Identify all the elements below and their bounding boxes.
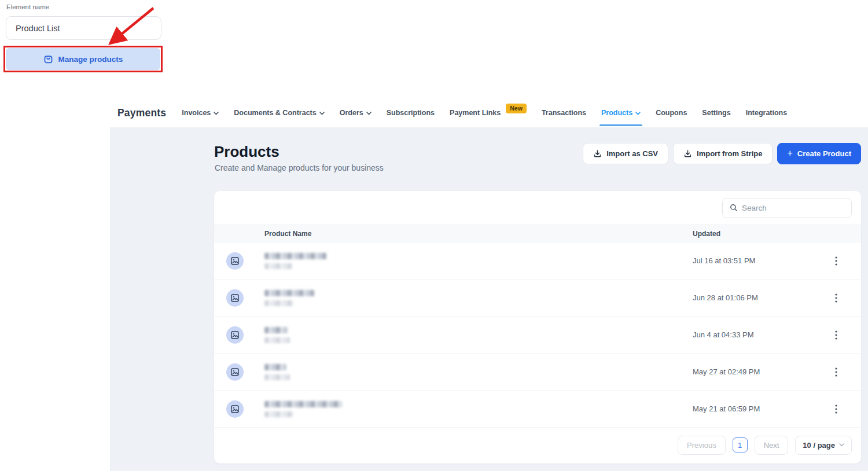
element-name-label: Element name: [6, 3, 49, 10]
tab-invoices[interactable]: Invoices: [182, 109, 219, 117]
table-header: Product Name Updated: [214, 225, 861, 242]
tab-subscriptions[interactable]: Subscriptions: [387, 109, 435, 117]
updated-timestamp: Jun 4 at 04:33 PM: [693, 330, 829, 339]
table-row[interactable]: Jul 16 at 03:51 PM: [214, 242, 861, 279]
products-page: Products Create and Manage products for …: [110, 127, 868, 471]
product-avatar: [226, 252, 244, 270]
image-icon: [230, 330, 240, 340]
product-avatar: [226, 363, 244, 381]
product-avatar: [226, 400, 244, 418]
updated-timestamp: May 21 at 06:59 PM: [693, 404, 829, 413]
chevron-down-icon: [366, 112, 372, 115]
kebab-icon: [835, 367, 837, 377]
pagination: Previous 1 Next 10 / page: [214, 428, 861, 462]
import-stripe-button[interactable]: Import from Stripe: [673, 143, 773, 164]
plus-icon: +: [787, 149, 792, 158]
tab-payment-links[interactable]: Payment Links New: [450, 108, 527, 118]
image-icon: [230, 367, 240, 377]
product-avatar: [226, 326, 244, 344]
download-icon: [593, 149, 602, 158]
page-size-select[interactable]: 10 / page: [795, 436, 852, 455]
next-page-button[interactable]: Next: [755, 436, 789, 455]
row-menu-button[interactable]: [829, 402, 844, 417]
row-menu-button[interactable]: [829, 290, 844, 306]
search-icon: [730, 204, 738, 212]
product-name-redacted: [264, 290, 693, 306]
chevron-down-icon: [319, 112, 325, 115]
tab-orders[interactable]: Orders: [340, 109, 372, 117]
tab-integrations[interactable]: Integrations: [746, 109, 788, 117]
image-icon: [230, 404, 240, 414]
product-name-redacted: [264, 327, 693, 343]
nav-brand-payments: Payments: [117, 107, 166, 119]
download-icon: [683, 149, 692, 158]
element-name-value: Product List: [16, 24, 60, 33]
search-input[interactable]: [742, 204, 844, 212]
search-box[interactable]: [722, 198, 852, 218]
kebab-icon: [835, 256, 837, 266]
chevron-down-icon: [635, 112, 641, 115]
updated-timestamp: Jun 28 at 01:06 PM: [693, 293, 829, 302]
table-row[interactable]: Jun 4 at 04:33 PM: [214, 317, 861, 354]
image-icon: [230, 256, 240, 266]
tab-products[interactable]: Products: [601, 109, 641, 117]
kebab-icon: [835, 404, 837, 414]
payments-app: Payments Invoices Documents & Contracts …: [110, 98, 868, 471]
new-badge: New: [506, 104, 527, 113]
element-name-input[interactable]: Product List: [6, 16, 161, 40]
product-name-redacted: [264, 401, 693, 417]
table-toolbar: [214, 191, 861, 225]
updated-timestamp: Jul 16 at 03:51 PM: [693, 256, 829, 265]
row-menu-button[interactable]: [829, 365, 844, 380]
chevron-down-icon: [214, 112, 219, 115]
page-1-button[interactable]: 1: [733, 437, 748, 452]
page-subtitle: Create and Manage products for your busi…: [215, 163, 384, 172]
column-product-name: Product Name: [264, 230, 693, 238]
tab-coupons[interactable]: Coupons: [656, 109, 687, 117]
updated-timestamp: May 27 at 02:49 PM: [693, 367, 829, 376]
table-row[interactable]: May 27 at 02:49 PM: [214, 354, 861, 391]
top-nav: Payments Invoices Documents & Contracts …: [110, 98, 868, 127]
products-table-card: Product Name Updated: [214, 191, 861, 463]
screenshot-root: Element name Product List Manage product…: [0, 0, 868, 471]
bag-icon: [43, 54, 53, 64]
page-title: Products: [214, 143, 279, 161]
row-menu-button[interactable]: [829, 253, 844, 268]
product-name-redacted: [264, 364, 693, 380]
image-icon: [230, 293, 240, 303]
row-menu-button[interactable]: [829, 328, 844, 343]
manage-products-button[interactable]: Manage products: [6, 48, 160, 70]
page-actions: Import as CSV Import from Stripe + Creat…: [583, 143, 861, 164]
kebab-icon: [835, 293, 837, 303]
tab-documents-contracts[interactable]: Documents & Contracts: [234, 109, 324, 117]
import-csv-button[interactable]: Import as CSV: [583, 143, 668, 164]
create-product-button[interactable]: + Create Product: [777, 143, 861, 164]
tab-transactions[interactable]: Transactions: [542, 109, 586, 117]
kebab-icon: [835, 330, 837, 340]
column-updated: Updated: [693, 230, 829, 238]
product-avatar: [226, 289, 244, 307]
table-row[interactable]: May 21 at 06:59 PM: [214, 391, 861, 428]
table-row[interactable]: Jun 28 at 01:06 PM: [214, 279, 861, 317]
product-name-redacted: [264, 253, 693, 269]
chevron-down-icon: [839, 443, 844, 447]
manage-products-label: Manage products: [58, 55, 123, 64]
previous-page-button[interactable]: Previous: [678, 436, 726, 455]
tab-settings[interactable]: Settings: [702, 109, 730, 117]
